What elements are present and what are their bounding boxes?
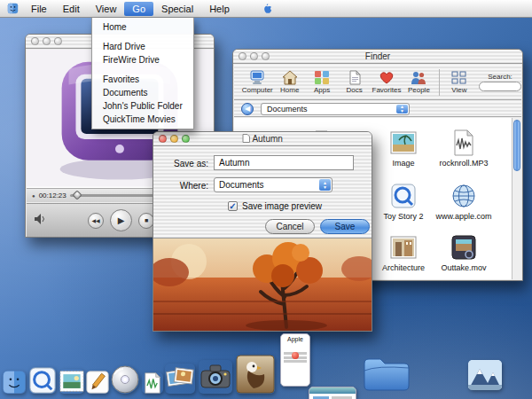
dock-dvd-player-icon[interactable]: [111, 365, 139, 394]
toolbar-home-button[interactable]: Home: [273, 70, 305, 94]
poster-label: Apple: [281, 336, 309, 342]
photo-file-icon: [389, 129, 418, 157]
zoom-button[interactable]: [182, 135, 190, 143]
popup-arrows-icon: ▲▼: [396, 105, 408, 113]
finder-toolbar: Computer Home Apps Docs Favorites People: [234, 65, 521, 100]
dock-finder-icon[interactable]: [3, 371, 26, 394]
menu-view[interactable]: View: [88, 2, 125, 16]
dock-documents-folder-icon[interactable]: [362, 351, 411, 394]
menu-special[interactable]: Special: [153, 2, 201, 16]
save-dialog-titlebar[interactable]: Autumn: [153, 132, 372, 146]
view-grid-icon: [451, 70, 467, 85]
zoom-button[interactable]: [54, 37, 62, 45]
go-menu-item-documents[interactable]: Documents: [92, 86, 193, 99]
heart-icon: [379, 70, 395, 85]
timeline-knob[interactable]: [72, 190, 82, 200]
speaker-icon[interactable]: [34, 213, 46, 229]
menu-go[interactable]: Go: [124, 2, 153, 16]
minimize-button[interactable]: [170, 135, 178, 143]
photo-file-icon: [389, 233, 418, 262]
dock-internet-explorer-icon[interactable]: [309, 387, 356, 399]
dock-mail-icon[interactable]: [59, 369, 84, 394]
menu-file[interactable]: File: [23, 2, 55, 16]
close-button[interactable]: [31, 37, 39, 45]
finder-location-bar: ◀ Documents ▲▼: [234, 101, 521, 117]
go-menu-item-hard-drive[interactable]: Hard Drive: [92, 40, 193, 53]
popup-arrows-icon: ▲▼: [319, 179, 331, 191]
dock-compose-pen-icon[interactable]: [86, 371, 109, 394]
menu-edit[interactable]: Edit: [55, 2, 88, 16]
save-dialog-window[interactable]: Autumn Save as: Autumn Where: Documents …: [153, 131, 372, 332]
toolbar-people-button[interactable]: People: [403, 70, 434, 94]
checkbox-check-icon: ✓: [228, 201, 238, 211]
go-menu-item-firewire-drive[interactable]: FireWire Drive: [92, 53, 193, 66]
go-menu-item-favorites[interactable]: Favorites: [92, 73, 193, 86]
finder-app-menu-icon[interactable]: [7, 3, 21, 14]
minimize-button[interactable]: [250, 52, 258, 60]
home-icon: [282, 70, 298, 85]
apps-icon: [314, 70, 330, 85]
close-button[interactable]: [159, 135, 167, 143]
people-icon: [411, 70, 426, 85]
menu-separator: [92, 66, 193, 73]
dock-camera-icon[interactable]: [199, 360, 232, 394]
play-button[interactable]: ▶: [110, 209, 132, 231]
play-icon: ▶: [118, 215, 125, 225]
save-image-preview-checkbox[interactable]: ✓ Save image preview: [228, 201, 322, 211]
file-architecture[interactable]: Architecture: [376, 233, 431, 272]
toolbar-favorites-button[interactable]: Favorites: [371, 70, 403, 94]
cancel-button[interactable]: Cancel: [265, 219, 315, 234]
checkbox-label: Save image preview: [242, 201, 322, 211]
save-as-label: Save as:: [164, 159, 208, 168]
movie-file-icon: [450, 233, 478, 262]
search-input[interactable]: [479, 82, 521, 91]
dock-apple-poster-icon[interactable]: Apple: [280, 333, 310, 387]
dock-quicktime-player-icon[interactable]: [29, 367, 56, 394]
file-image[interactable]: Image: [376, 129, 431, 168]
stop-icon: ■: [145, 217, 148, 223]
finder-titlebar[interactable]: Finder: [233, 50, 522, 64]
apple-logo-icon[interactable]: [260, 3, 272, 17]
vertical-scrollbar[interactable]: [512, 118, 521, 279]
back-button[interactable]: ◀: [241, 103, 254, 115]
computer-icon: [249, 70, 265, 85]
toolbar-docs-button[interactable]: Docs: [338, 70, 370, 94]
file-toy-story-2[interactable]: Toy Story 2: [376, 182, 431, 221]
toolbar-view-button[interactable]: View: [443, 70, 475, 94]
where-label: Where:: [164, 181, 208, 191]
poster-red-dot: [292, 352, 299, 359]
dock: Apple: [0, 337, 532, 399]
dock-eagle-photo-icon[interactable]: [236, 355, 275, 394]
save-as-input[interactable]: Autumn: [214, 155, 354, 170]
menu-help[interactable]: Help: [201, 2, 238, 16]
window-title: Finder: [233, 51, 522, 61]
dock-photo-album-icon[interactable]: [165, 364, 195, 394]
back-icon: ◀: [245, 105, 250, 113]
close-button[interactable]: [239, 52, 246, 60]
toolbar-computer-button[interactable]: Computer: [241, 70, 273, 94]
menu-separator: [92, 34, 193, 40]
go-menu-item-home[interactable]: Home: [92, 20, 193, 34]
minimize-button[interactable]: [43, 37, 51, 45]
location-value: Documents: [267, 105, 308, 113]
file-www-apple-com[interactable]: www.apple.com: [436, 182, 491, 221]
save-button[interactable]: Save: [320, 219, 370, 234]
file-rocknroll-mp3[interactable]: rocknroll.MP3: [436, 129, 491, 168]
zoom-button[interactable]: [262, 52, 270, 60]
dock-audio-file-icon[interactable]: [142, 372, 163, 394]
quicktime-movie-icon: [389, 182, 418, 210]
record-dot-icon: ●: [32, 193, 35, 199]
go-menu-item-quicktime-movies[interactable]: QuickTime Movies: [92, 113, 193, 126]
go-menu-panel: Home Hard Drive FireWire Drive Favorites…: [91, 18, 194, 129]
file-outtake-mov[interactable]: Outtake.mov: [436, 233, 491, 272]
go-menu-item-johns-public-folder[interactable]: John's Public Folder: [92, 99, 193, 113]
search-label: Search:: [488, 73, 512, 81]
toolbar-apps-button[interactable]: Apps: [306, 70, 338, 94]
rewind-button[interactable]: ◀◀: [88, 213, 104, 229]
where-popup[interactable]: Documents ▲▼: [214, 177, 332, 192]
scrollbar-thumb[interactable]: [513, 120, 520, 171]
timecode: 00:12:23: [39, 192, 66, 200]
document-proxy-icon: [242, 134, 250, 143]
dock-landscape-photo-icon[interactable]: [468, 360, 502, 390]
location-popup[interactable]: Documents ▲▼: [261, 103, 410, 115]
